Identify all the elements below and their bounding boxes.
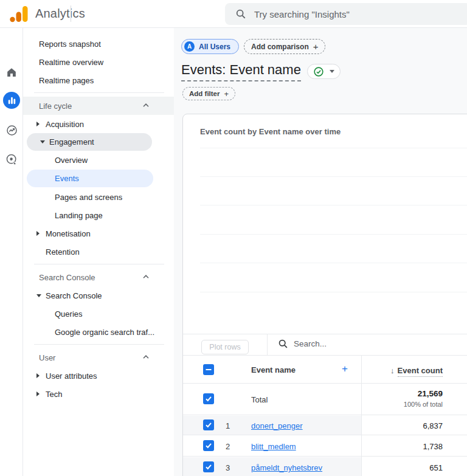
- data-quality-dropdown[interactable]: [307, 64, 341, 79]
- comparison-avatar: A: [184, 41, 195, 52]
- app-title: Analytics: [35, 7, 85, 21]
- ga4-events-report-screen: { "header": { "app_name": "Analytics", "…: [0, 0, 467, 476]
- expand-arrow-icon: [36, 373, 46, 378]
- sidebar-item-pages-and-screens[interactable]: Pages and screens: [23, 188, 174, 206]
- sidebar-item-reports-snapshot[interactable]: Reports snapshot: [23, 35, 174, 53]
- table-row: 1 donert_penger 6,837: [183, 415, 467, 435]
- section-header-life-cycle[interactable]: Life cycle: [23, 97, 174, 115]
- top-app-bar: Analytics Try searching "Insights": [0, 0, 467, 28]
- total-subtext: 100% of total: [361, 401, 443, 408]
- sidebar-item-engagement[interactable]: Engagement: [27, 133, 152, 151]
- event-name-link[interactable]: blitt_medlem: [251, 442, 296, 451]
- sidebar-item-queries[interactable]: Queries: [23, 305, 174, 323]
- table-row: 2 blitt_medlem 1,738: [183, 435, 467, 456]
- select-all-checkbox-indeterminate[interactable]: [203, 364, 214, 375]
- all-users-comparison-chip[interactable]: A All Users: [181, 39, 239, 54]
- add-filter-button[interactable]: Add filter +: [182, 87, 235, 100]
- row-checkbox-checked[interactable]: [203, 393, 214, 404]
- search-icon: [235, 9, 246, 19]
- reports-icon-selected[interactable]: [3, 92, 20, 109]
- report-main-area: A All Users Add comparison + Events: Eve…: [174, 28, 467, 476]
- plot-rows-button[interactable]: Plot rows: [201, 340, 249, 354]
- event-count-value: 6,837: [361, 421, 443, 430]
- sidebar-item-overview[interactable]: Overview: [23, 151, 174, 169]
- home-icon[interactable]: [4, 65, 19, 80]
- row-checkbox-checked[interactable]: [203, 440, 214, 451]
- chart-gridline: [200, 205, 467, 205]
- chevron-up-icon: [142, 274, 150, 279]
- chart-title: Event count by Event name over time: [200, 127, 341, 136]
- report-title-row: Events: Event name: [181, 62, 341, 81]
- chart-gridline: [200, 148, 467, 148]
- reports-sidebar: Reports snapshot Realtime overview Realt…: [23, 28, 174, 476]
- column-header-event-name[interactable]: Event name: [251, 365, 296, 374]
- chart-gridline: [200, 292, 467, 292]
- chart-gridline: [200, 176, 467, 177]
- sidebar-item-user-attributes[interactable]: User attributes: [23, 367, 174, 385]
- sidebar-item-realtime-overview[interactable]: Realtime overview: [23, 53, 174, 71]
- section-header-search-console[interactable]: Search Console: [23, 268, 174, 286]
- event-name-link[interactable]: påmeldt_nyhetsbrev: [251, 463, 322, 472]
- add-dimension-plus-icon[interactable]: +: [342, 363, 348, 375]
- chart-gridline: [200, 234, 467, 235]
- sidebar-divider: [34, 344, 164, 345]
- chevron-up-icon: [142, 103, 150, 108]
- collapse-arrow-icon: [40, 140, 49, 143]
- sidebar-divider: [34, 264, 164, 264]
- event-count-value: 651: [361, 463, 443, 472]
- caret-down-icon: [330, 70, 334, 73]
- chart-gridline: [200, 263, 467, 263]
- sidebar-item-acquisition[interactable]: Acquisition: [23, 115, 174, 133]
- google-analytics-logo-icon[interactable]: [10, 5, 28, 22]
- global-search-input[interactable]: Try searching "Insights": [225, 3, 467, 25]
- sidebar-item-landing-page[interactable]: Landing page: [23, 206, 174, 224]
- collapse-arrow-icon: [36, 294, 46, 297]
- expand-arrow-icon: [36, 231, 46, 236]
- column-header-event-count[interactable]: ↓Event count: [361, 365, 443, 376]
- row-index: 1: [226, 421, 230, 430]
- add-comparison-button[interactable]: Add comparison +: [244, 39, 325, 54]
- total-label: Total: [251, 395, 268, 404]
- row-index: 3: [226, 463, 230, 472]
- comparison-chips-row: A All Users Add comparison +: [181, 39, 325, 54]
- search-icon: [278, 339, 288, 349]
- table-search-placeholder: Search...: [294, 339, 327, 348]
- left-nav-rail: [0, 28, 23, 476]
- row-index: 2: [226, 442, 230, 451]
- sidebar-item-retention[interactable]: Retention: [23, 243, 174, 261]
- check-circle-icon: [313, 66, 324, 77]
- global-search-placeholder: Try searching "Insights": [254, 9, 350, 19]
- report-card: Event count by Event name over time Plot…: [182, 114, 467, 476]
- table-row: 3 påmeldt_nyhetsbrev 651: [183, 456, 467, 476]
- advertising-icon[interactable]: [4, 152, 19, 167]
- expand-arrow-icon: [36, 122, 46, 126]
- sidebar-item-tech[interactable]: Tech: [23, 385, 174, 403]
- toolbar-divider: [267, 334, 268, 355]
- plus-icon: +: [313, 41, 319, 52]
- sidebar-item-events-selected[interactable]: Events: [27, 170, 153, 187]
- table-toolbar: Plot rows Search...: [183, 334, 467, 356]
- event-count-value: 1,738: [361, 442, 443, 451]
- explore-icon[interactable]: [4, 123, 19, 137]
- page-title[interactable]: Events: Event name: [181, 62, 301, 81]
- event-name-link[interactable]: donert_penger: [251, 421, 303, 430]
- plus-icon: +: [224, 89, 229, 98]
- table-header-row: Event name + ↓Event count: [183, 356, 467, 384]
- sidebar-item-realtime-pages[interactable]: Realtime pages: [23, 71, 174, 89]
- table-search-input[interactable]: Search...: [278, 339, 327, 349]
- sidebar-item-search-console[interactable]: Search Console: [23, 286, 174, 305]
- section-header-user[interactable]: User: [23, 348, 174, 367]
- table-total-row: Total 21,569 100% of total: [183, 384, 467, 415]
- sidebar-divider: [34, 92, 164, 93]
- expand-arrow-icon: [36, 391, 46, 396]
- sidebar-item-google-organic-search[interactable]: Google organic search traf...: [23, 323, 174, 341]
- sidebar-item-monetisation[interactable]: Monetisation: [23, 224, 174, 243]
- header-divider: [71, 5, 71, 22]
- chevron-up-icon: [142, 354, 150, 359]
- total-value: 21,569: [361, 389, 443, 398]
- sort-descending-icon: ↓: [390, 366, 395, 375]
- row-checkbox-checked[interactable]: [203, 461, 214, 472]
- row-checkbox-checked[interactable]: [203, 419, 214, 430]
